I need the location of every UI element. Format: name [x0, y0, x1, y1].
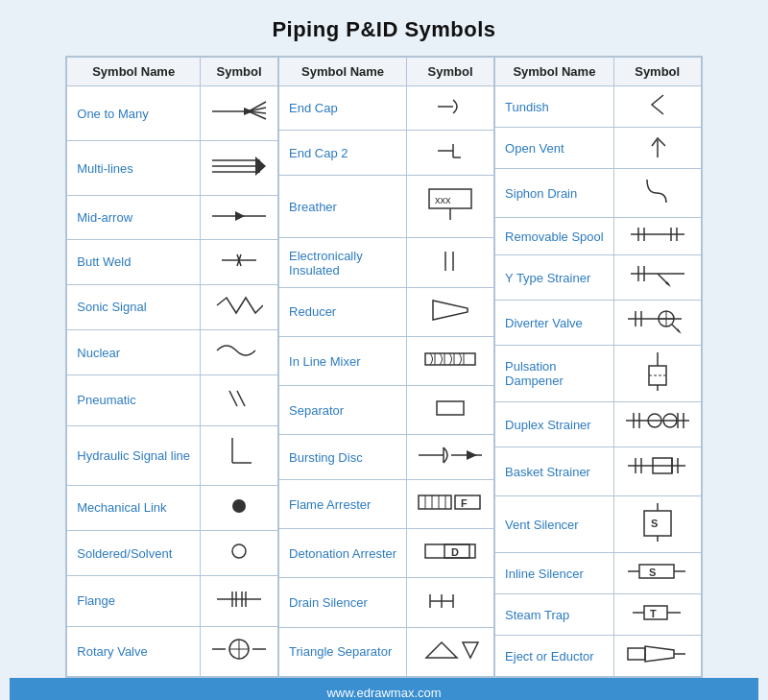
- name-diverter-valve: Diverter Valve: [495, 301, 614, 346]
- name-eject-eductor: Eject or Eductor: [495, 636, 614, 677]
- name-butt-weld: Butt Weld: [67, 240, 201, 284]
- table-row: PulsationDampener: [495, 346, 702, 402]
- name-end-cap: End Cap: [279, 86, 407, 131]
- svg-text:xxx: xxx: [435, 194, 451, 205]
- name-separator: Separator: [279, 386, 407, 435]
- sym-flange: [201, 576, 278, 626]
- table1-header-symbol: Symbol: [201, 58, 278, 86]
- table-row: Sonic Signal: [67, 284, 278, 329]
- sym-soldered: [201, 530, 278, 575]
- table-row: Inline Silencer S: [495, 553, 702, 594]
- table3-header-name: Symbol Name: [495, 58, 614, 86]
- table1-header-name: Symbol Name: [67, 58, 201, 86]
- sym-inline-silencer: S: [613, 553, 701, 594]
- table-row: Breather xxx: [279, 175, 494, 238]
- table-row: Separator: [279, 386, 494, 435]
- sym-diverter-valve: [613, 301, 701, 346]
- svg-rect-51: [419, 495, 451, 509]
- name-y-type-strainer: Y Type Strainer: [495, 255, 614, 301]
- svg-point-19: [232, 499, 246, 513]
- name-end-cap-2: End Cap 2: [279, 131, 407, 175]
- table-row: One to Many: [67, 86, 278, 141]
- name-reducer: Reducer: [279, 287, 407, 336]
- name-siphon-drain: Siphon Drain: [495, 169, 614, 218]
- name-open-vent: Open Vent: [495, 128, 614, 169]
- svg-rect-46: [437, 401, 464, 415]
- sym-elec-insulated: [407, 238, 494, 287]
- table-row: Multi-lines: [67, 141, 278, 196]
- name-mechanical-link: Mechanical Link: [67, 485, 201, 530]
- table-row: Removable Spool: [495, 218, 702, 255]
- sym-triangle-separator: [407, 627, 494, 676]
- table3-header-symbol: Symbol: [613, 58, 701, 86]
- svg-rect-108: [639, 565, 674, 578]
- sym-separator: [407, 386, 494, 435]
- svg-text:S: S: [649, 567, 656, 578]
- sym-eject-eductor: [613, 636, 701, 677]
- table-row: Triangle Separator: [279, 627, 494, 676]
- name-basket-strainer: Basket Strainer: [495, 447, 614, 496]
- svg-marker-9: [255, 157, 266, 176]
- table-row: Drain Silencer: [279, 578, 494, 627]
- table-row: Basket Strainer: [495, 447, 702, 496]
- sym-pulsation-dampener: [613, 346, 701, 402]
- sym-breather: xxx: [407, 175, 494, 238]
- sym-nuclear: [201, 329, 278, 374]
- table-row: Bursting Disc: [279, 435, 494, 479]
- svg-rect-115: [628, 648, 645, 660]
- table-row: Diverter Valve: [495, 301, 702, 346]
- name-steam-trap: Steam Trap: [495, 594, 614, 636]
- sym-siphon-drain: [613, 169, 701, 218]
- name-pneumatic: Pneumatic: [67, 375, 201, 425]
- table-row: Duplex Strainer: [495, 402, 702, 447]
- name-inline-silencer: Inline Silencer: [495, 553, 614, 594]
- table-row: Siphon Drain: [495, 169, 702, 218]
- name-inline-mixer: In Line Mixer: [279, 336, 407, 385]
- sym-vent-silencer: S: [613, 496, 701, 553]
- sym-tundish: [613, 86, 701, 128]
- table-row: Butt Weld: [67, 240, 278, 284]
- sym-butt-weld: [201, 240, 278, 284]
- table2-header-name: Symbol Name: [279, 58, 407, 86]
- name-soldered: Soldered/Solvent: [67, 530, 201, 575]
- name-drain-silencer: Drain Silencer: [279, 578, 407, 627]
- table-row: Eject or Eductor: [495, 636, 702, 677]
- name-one-to-many: One to Many: [67, 86, 201, 141]
- name-bursting-disc: Bursting Disc: [279, 435, 407, 479]
- svg-rect-56: [455, 495, 480, 509]
- table-row: Vent Silencer S: [495, 496, 702, 553]
- name-vent-silencer: Vent Silencer: [495, 496, 614, 553]
- name-removable-spool: Removable Spool: [495, 218, 614, 255]
- table-row: ElectronicallyInsulated: [279, 238, 494, 287]
- table-row: Flange: [67, 576, 278, 626]
- svg-marker-50: [467, 450, 477, 460]
- table-row: In Line Mixer: [279, 336, 494, 385]
- sym-multi-lines: [201, 141, 278, 196]
- name-breather: Breather: [279, 175, 407, 238]
- sym-pneumatic: [201, 375, 278, 425]
- table-row: Y Type Strainer: [495, 255, 702, 301]
- sym-bursting-disc: [407, 435, 494, 479]
- sym-flame-arrester: F: [407, 479, 494, 528]
- table-row: Open Vent: [495, 128, 702, 169]
- sym-inline-mixer: [407, 336, 494, 385]
- sym-open-vent: [613, 128, 701, 169]
- table-row: Mechanical Link: [67, 485, 278, 530]
- table3: Symbol Name Symbol Tundish Open Vent: [494, 57, 702, 677]
- name-rotary-valve: Rotary Valve: [67, 626, 201, 676]
- name-multi-lines: Multi-lines: [67, 141, 201, 196]
- sym-end-cap-2: [407, 131, 494, 175]
- name-duplex-strainer: Duplex Strainer: [495, 402, 614, 447]
- sym-hydraulic-signal: [201, 425, 278, 485]
- svg-line-16: [237, 391, 245, 406]
- sym-steam-trap: T: [613, 594, 701, 636]
- name-flame-arrester: Flame Arrester: [279, 479, 407, 528]
- table-row: End Cap 2: [279, 131, 494, 175]
- svg-marker-66: [463, 642, 478, 658]
- sym-mechanical-link: [201, 485, 278, 530]
- svg-rect-58: [425, 544, 475, 558]
- svg-text:T: T: [650, 608, 657, 619]
- name-tundish: Tundish: [495, 86, 614, 128]
- sym-drain-silencer: [407, 578, 494, 627]
- name-sonic-signal: Sonic Signal: [67, 284, 201, 329]
